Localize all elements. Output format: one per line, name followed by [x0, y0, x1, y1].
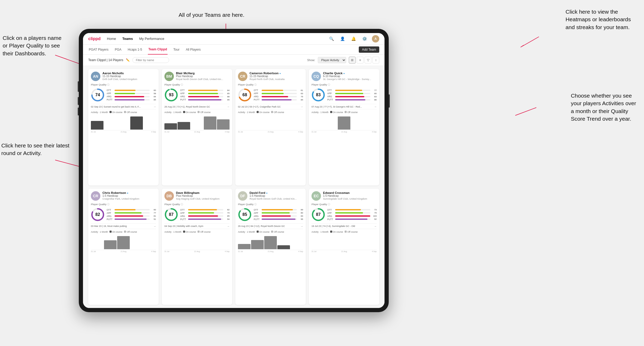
player-name[interactable]: Cameron Robertson ●: [250, 72, 303, 75]
player-avatar: AN: [91, 72, 100, 81]
bell-icon[interactable]: 🔔: [350, 35, 357, 42]
player-card[interactable]: DF David Ford ● 1-5 Handicap Royal North…: [235, 189, 306, 305]
latest-round[interactable]: 04 Sep 23 | Mobility with coach, Gym →: [164, 223, 230, 229]
player-card[interactable]: CQ Charlie Quick ● 6-10 Handicap St. Geo…: [309, 69, 379, 185]
quality-section[interactable]: 87 OTT 73 APP 79 ARG 103: [311, 208, 377, 221]
quality-section[interactable]: 82 OTT 60 APP 77 ARG 81: [91, 208, 156, 221]
show-select[interactable]: Player Activity: [318, 57, 346, 63]
bar-fill: [115, 99, 144, 100]
player-name[interactable]: Blair McHarg: [176, 72, 230, 75]
bar-fill: [262, 209, 293, 210]
bar-label: OTT: [107, 89, 113, 92]
latest-round[interactable]: 03 Mar 23 | 19, Must make putting →: [91, 223, 156, 229]
bar-track: [262, 212, 297, 214]
player-card[interactable]: EC Edward Crossman 1-5 Handicap Sunningd…: [309, 189, 379, 305]
quality-bars: OTT 73 APP 79 ARG 103 PUTT: [327, 209, 377, 221]
quality-label: Player Quality ⓘ: [164, 203, 230, 206]
add-team-button[interactable]: Add Team: [359, 46, 379, 53]
latest-round[interactable]: 02 Jul 23 | 59 (+17), Craigmillar Park G…: [238, 104, 303, 109]
quality-section[interactable]: 83 OTT 77 APP 80 ARG 83: [311, 88, 377, 102]
latest-round-text: 02 Sep 23 | Sunset round to get back int…: [91, 105, 152, 108]
quality-number: 74: [95, 93, 100, 97]
sort-view-button[interactable]: ↕: [372, 57, 379, 63]
bar-label: APP: [254, 212, 261, 214]
bar-fill: [115, 219, 147, 220]
bar-track: [188, 212, 223, 214]
nav-home[interactable]: Home: [107, 37, 116, 41]
quality-label: Player Quality ⓘ: [91, 83, 156, 87]
heatmaps-annotation: Click here to view theHeatmaps or leader…: [565, 8, 631, 31]
player-card[interactable]: BM Blair McHarg Plus Handicap Royal Nort…: [162, 69, 232, 185]
filter-view-button[interactable]: ▽: [365, 57, 371, 63]
nav-my-performance[interactable]: My Performance: [139, 37, 164, 41]
quality-ring[interactable]: 82: [91, 208, 105, 221]
player-name[interactable]: Edward Crossman: [323, 191, 377, 194]
bar-track: [262, 99, 297, 100]
nav-teams[interactable]: Teams: [122, 37, 133, 41]
quality-bar-row: PUTT 95: [180, 98, 230, 101]
bar-fill: [188, 219, 221, 220]
user-icon[interactable]: 👤: [339, 35, 346, 42]
subnav-hcaps[interactable]: Hcaps 1-5: [127, 45, 143, 55]
quality-ring[interactable]: 93: [164, 88, 178, 102]
settings-icon[interactable]: ⚙️: [361, 35, 368, 42]
x-label: 4 Sep: [151, 131, 156, 133]
quality-section[interactable]: 87 OTT 82 APP 74 ARG 85: [164, 208, 230, 221]
player-handicap: Plus Handicap: [176, 75, 230, 78]
filter-input[interactable]: [132, 57, 169, 63]
quality-ring[interactable]: 68: [238, 88, 252, 102]
player-card[interactable]: AN Aaron Nicholls 11-15 Handicap Drift G…: [88, 69, 159, 185]
latest-round[interactable]: 26 Aug 23 | 84 (+12), Royal North Devon …: [238, 223, 303, 229]
chart-bar: [251, 240, 264, 249]
player-name[interactable]: Chris Robertson ●: [102, 191, 156, 194]
quality-bar-row: PUTT 85: [254, 98, 303, 101]
latest-round[interactable]: 19 Jul 23 | 74 (+4), Sunningdale GC - Ol…: [311, 223, 377, 229]
player-card[interactable]: CR Chris Robertson ● 1-5 Handicap Craigm…: [88, 189, 159, 305]
player-card[interactable]: DB Dave Billingham Plus Handicap Sog Mag…: [162, 189, 232, 305]
quality-ring[interactable]: 87: [311, 208, 325, 221]
quality-ring[interactable]: 85: [238, 208, 252, 221]
edit-icon[interactable]: ✏️: [126, 58, 130, 62]
quality-bar-row: OTT 60: [107, 209, 156, 211]
player-info: Dave Billingham Plus Handicap Sog Maging…: [176, 191, 230, 200]
player-card[interactable]: CR Cameron Robertson ● 11-15 Handicap Ro…: [235, 69, 306, 185]
on-course-dot: [183, 231, 185, 233]
bar-value: 85: [298, 99, 303, 101]
search-icon[interactable]: 🔍: [328, 35, 335, 42]
ipad-screen: clippd Home Teams My Performance 🔍 👤 🔔 ⚙…: [83, 33, 385, 308]
subnav-all-players[interactable]: All Players: [185, 45, 201, 55]
quality-ring[interactable]: 83: [311, 88, 325, 102]
chart-x-labels: 31 Jul21 Aug4 Sep: [91, 251, 156, 252]
latest-round-annotation: Click here to see their latestround or A…: [1, 142, 69, 157]
subnav-pgat[interactable]: PGAT Players: [88, 45, 109, 55]
quality-ring[interactable]: 74: [91, 88, 105, 102]
subnav-team-clippd[interactable]: Team Clippd: [148, 45, 168, 55]
player-name[interactable]: Dave Billingham: [176, 191, 230, 194]
latest-round[interactable]: 02 Sep 23 | Sunset round to get back int…: [91, 104, 156, 109]
subnav-pga[interactable]: PGA: [114, 45, 122, 55]
quality-section[interactable]: 74 OTT 60 APP 58 ARG 84: [91, 88, 156, 102]
user-avatar[interactable]: A: [372, 35, 379, 42]
player-avatar: DB: [164, 191, 174, 201]
bar-value: 60: [151, 209, 156, 211]
arrow-right-icon: →: [300, 225, 303, 228]
player-name[interactable]: David Ford ●: [250, 191, 303, 194]
latest-round[interactable]: 26 Aug 23 | 73 (+1), Royal North Devon G…: [164, 104, 230, 109]
grid-view-button[interactable]: ⊞: [349, 57, 356, 63]
player-name[interactable]: Charlie Quick ●: [323, 72, 377, 75]
player-info: Edward Crossman 1-5 Handicap Sunningdale…: [323, 191, 377, 200]
quality-section[interactable]: 68 OTT 61 APP 63 ARG 75: [238, 88, 303, 102]
quality-ring[interactable]: 87: [164, 208, 178, 221]
bar-value: 84: [151, 95, 156, 98]
bar-label: PUTT: [107, 218, 113, 221]
latest-round[interactable]: 07 Aug 23 | 77 (+7), St George's Hill GC…: [311, 104, 377, 109]
bar-track: [335, 209, 370, 210]
quality-section[interactable]: 85 OTT 89 APP 80 ARG 83: [238, 208, 303, 221]
player-name[interactable]: Aaron Nicholls: [102, 72, 156, 75]
player-club: Royal North Devon Golf Club, United Kin.…: [250, 197, 303, 200]
subnav-tour[interactable]: Tour: [173, 45, 180, 55]
list-view-button[interactable]: ≡: [357, 57, 363, 63]
bar-value: 84: [224, 89, 230, 92]
bar-label: OTT: [327, 89, 334, 92]
quality-section[interactable]: 93 OTT 84 APP 85 ARG 88: [164, 88, 230, 102]
